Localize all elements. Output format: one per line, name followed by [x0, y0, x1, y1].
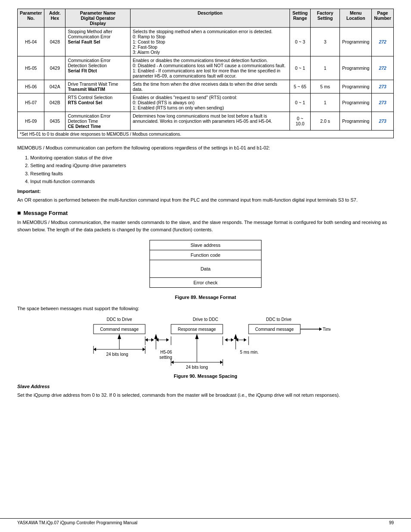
- svg-marker-20: [231, 338, 234, 342]
- range-h507: 0 ~ 1: [290, 93, 311, 112]
- msg-box-data: Data: [149, 260, 262, 278]
- addr-h509: 0435: [44, 112, 65, 131]
- important-text: An OR operation is performed between the…: [17, 196, 394, 204]
- spacing-intro-text: The space between messages must support …: [17, 305, 394, 312]
- svg-marker-47: [195, 334, 199, 339]
- footer-right: 99: [389, 520, 394, 525]
- svg-marker-10: [319, 327, 322, 331]
- page-h505: 272: [372, 56, 394, 80]
- col-header-param-no: ParameterNo.: [18, 9, 44, 28]
- important-label: Important:: [17, 189, 394, 194]
- param-name-h507: RTS Control SelectionRTS Control Sel: [65, 93, 131, 112]
- message-spacing-diagram: DDC to Drive Drive to DDC DDC to Drive C…: [81, 315, 330, 371]
- msg-box-function-code: Function code: [149, 250, 262, 260]
- slave-address-heading: Slave Address: [17, 384, 394, 389]
- svg-marker-17: [166, 338, 169, 342]
- svg-marker-13: [145, 338, 148, 342]
- col-header-setting-range: SettingRange: [290, 9, 311, 28]
- page-h504: 272: [372, 28, 394, 56]
- param-no-h506: H5-06: [18, 80, 44, 93]
- menu-h506: Programming: [340, 80, 372, 93]
- range-h509: 0 ~ 10.0: [290, 112, 311, 131]
- page-h507: 273: [372, 93, 394, 112]
- factory-h509: 2.0 s: [310, 112, 339, 131]
- menu-h507: Programming: [340, 93, 372, 112]
- svg-marker-42: [220, 361, 223, 364]
- footer-left: YASKAWA TM.iQp.07 iQpump Controller Prog…: [17, 520, 137, 525]
- svg-text:setting: setting: [159, 355, 172, 360]
- menu-h509: Programming: [340, 112, 372, 131]
- svg-text:H5-06: H5-06: [160, 350, 172, 355]
- svg-text:DDC to Drive: DDC to Drive: [107, 317, 132, 322]
- svg-text:Command message: Command message: [255, 327, 294, 332]
- table-row: H5-04 0428 Stopping Method after Communi…: [18, 28, 394, 56]
- factory-h505: 1: [310, 56, 339, 80]
- table-footnote: *Set H5-01 to 0 to disable drive respons…: [18, 131, 394, 138]
- addr-h505: 0429: [44, 56, 65, 80]
- param-no-h505: H5-05: [18, 56, 44, 80]
- col-header-factory-setting: Factory Setting: [310, 9, 339, 28]
- param-no-h504: H5-04: [18, 28, 44, 56]
- param-name-h506: Drive Transmit Wait TimeTransmit WaitTIM: [65, 80, 131, 93]
- svg-marker-30: [143, 348, 145, 351]
- range-h506: 5 ~ 65: [290, 80, 311, 93]
- svg-marker-29: [93, 348, 96, 351]
- svg-text:5 ms min.: 5 ms min.: [240, 350, 258, 355]
- slave-address-text: Set the iQpump drive address from 0 to 3…: [17, 392, 394, 399]
- desc-h506: Sets the time from when the drive receiv…: [131, 80, 290, 93]
- desc-h507: Enables or disables "request to send" (R…: [131, 93, 290, 112]
- svg-text:Drive to DDC: Drive to DDC: [193, 317, 218, 322]
- figure90-caption: Figure 90. Message Spacing: [17, 373, 394, 379]
- page-h509: 273: [372, 112, 394, 131]
- svg-text:24 bits long: 24 bits long: [106, 352, 128, 357]
- factory-h506: 5 ms: [310, 80, 339, 93]
- section-intro-text: In MEMOBUS / Modbus communication, the m…: [17, 219, 394, 233]
- menu-h505: Programming: [340, 56, 372, 80]
- msg-box-slave-address: Slave address: [149, 240, 262, 250]
- table-footnote-row: *Set H5-01 to 0 to disable drive respons…: [18, 131, 394, 138]
- list-item-2: 2. Setting and reading iQpump drive para…: [25, 162, 394, 169]
- message-format-diagram: Slave address Function code Data Error c…: [149, 240, 262, 288]
- svg-marker-49: [234, 334, 237, 339]
- svg-text:24 bits long: 24 bits long: [186, 365, 208, 370]
- range-h505: 0 ~ 1: [290, 56, 311, 80]
- svg-marker-37: [154, 334, 158, 339]
- param-no-h509: H5-09: [18, 112, 44, 131]
- intro-text: MEMOBUS / Modbus communication can perfo…: [17, 144, 394, 152]
- menu-h504: Programming: [340, 28, 372, 56]
- param-no-h507: H5-07: [18, 93, 44, 112]
- svg-text:DDC to Drive: DDC to Drive: [266, 317, 292, 322]
- list-item-3: 3. Resetting faults: [25, 170, 394, 177]
- list-container: 1. Monitoring operation status of the dr…: [17, 154, 394, 185]
- parameter-table: ParameterNo. Addr. Hex Parameter NameDig…: [17, 9, 394, 138]
- range-h504: 0 ~ 3: [290, 28, 311, 56]
- svg-text:Time (Seconds): Time (Seconds): [323, 327, 330, 332]
- param-name-h509: Communication Error Detection TimeCE Det…: [65, 112, 131, 131]
- param-name-h504: Stopping Method after Communication Erro…: [65, 28, 131, 56]
- svg-text:Response message: Response message: [178, 327, 216, 332]
- col-header-menu: MenuLocation: [340, 9, 372, 28]
- addr-h507: 042B: [44, 93, 65, 112]
- list-item-1: 1. Monitoring operation status of the dr…: [25, 154, 394, 162]
- svg-marker-35: [118, 334, 121, 339]
- msg-box-error-check: Error check: [149, 278, 262, 288]
- col-header-page: PageNumber: [372, 9, 394, 28]
- table-row: H5-05 0429 Communication Error Detection…: [18, 56, 394, 80]
- page-footer: YASKAWA TM.iQp.07 iQpump Controller Prog…: [0, 518, 411, 525]
- list-item-4: 4. Input multi-function commands: [25, 178, 394, 185]
- section-heading-text: Message Format: [23, 210, 68, 216]
- svg-marker-23: [244, 338, 246, 342]
- col-header-addr: Addr. Hex: [44, 9, 65, 28]
- param-name-h505: Communication Error Detection SelectionS…: [65, 56, 131, 80]
- table-row: H5-09 0435 Communication Error Detection…: [18, 112, 394, 131]
- addr-h506: 042A: [44, 80, 65, 93]
- table-row: H5-06 042A Drive Transmit Wait TimeTrans…: [18, 80, 394, 93]
- factory-h504: 3: [310, 28, 339, 56]
- col-header-description: Description: [131, 9, 290, 28]
- page-h506: 273: [372, 80, 394, 93]
- figure89-caption: Figure 89. Message Format: [17, 295, 394, 300]
- section-heading-message-format: Message Format: [17, 209, 394, 216]
- svg-marker-19: [225, 338, 227, 342]
- table-row: H5-07 042B RTS Control SelectionRTS Cont…: [18, 93, 394, 112]
- desc-h505: Enables or disables the communications t…: [131, 56, 290, 80]
